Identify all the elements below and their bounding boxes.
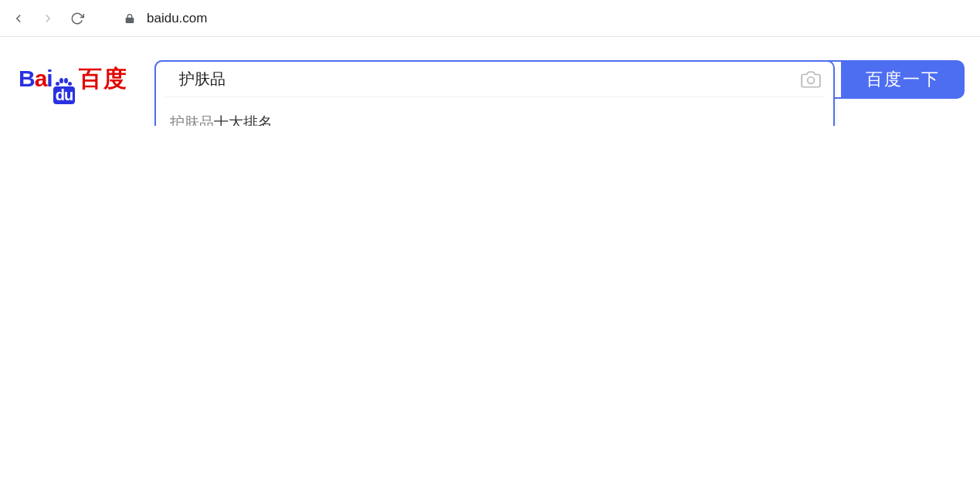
suggestions-query-text: 护肤品	[179, 69, 226, 90]
forward-button[interactable]	[40, 11, 56, 26]
page-content: 采购 更多 Baidu百度 百度一下 护肤品	[0, 37, 980, 126]
camera-icon[interactable]	[801, 69, 821, 90]
reload-button[interactable]	[70, 11, 85, 26]
nav-link-more[interactable]: 更多	[929, 123, 958, 126]
suggestions-dropdown: 护肤品 护肤品十大排名 护肤品哪个牌子好用推荐 护肤品十大排名品牌 护肤品的正确…	[154, 60, 835, 126]
browser-toolbar: baidu.com	[0, 0, 980, 37]
baidu-logo[interactable]: Baidu百度	[15, 60, 154, 103]
address-bar[interactable]: baidu.com	[99, 11, 969, 26]
suggestions-list: 护肤品十大排名 护肤品哪个牌子好用推荐 护肤品十大排名品牌 护肤品的正确使用顺序…	[156, 97, 833, 126]
nav-link-caigou[interactable]: 采购	[873, 123, 903, 126]
url-text: baidu.com	[147, 11, 207, 26]
lock-icon	[124, 12, 136, 25]
suggestions-query-row[interactable]: 护肤品	[165, 62, 824, 97]
search-button[interactable]: 百度一下	[841, 60, 965, 99]
suggestion-item[interactable]: 护肤品十大排名	[156, 105, 833, 126]
back-button[interactable]	[11, 11, 26, 26]
header-nav-links: 采购 更多	[873, 123, 958, 126]
svg-point-1	[808, 76, 815, 83]
